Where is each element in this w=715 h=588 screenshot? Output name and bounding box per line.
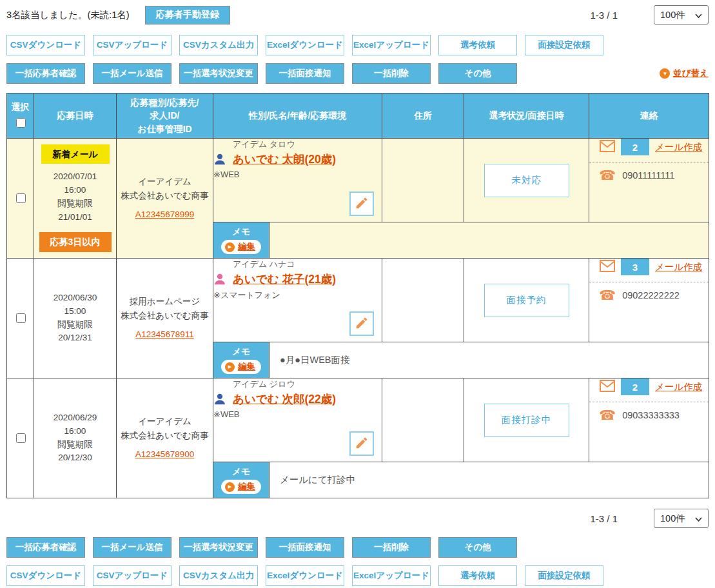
apply-date: 2020/07/01 bbox=[34, 170, 116, 184]
excel-upload-button[interactable]: Excelアップロード bbox=[352, 35, 431, 55]
apply-time: 16:00 bbox=[34, 425, 116, 438]
table-row: 新着メール 2020/07/01 16:00 閲覧期限 21/01/01 応募3… bbox=[7, 139, 709, 222]
csv-upload-button[interactable]: CSVアップロード bbox=[93, 35, 171, 55]
bulk-applicant-confirm-button[interactable]: 一括応募者確認 bbox=[6, 537, 85, 558]
edit-applicant-button[interactable] bbox=[349, 311, 374, 336]
memo-text: ●月●日WEB面接 bbox=[269, 342, 709, 378]
memo-text: メールにて打診中 bbox=[269, 462, 709, 498]
view-limit-date: 20/12/31 bbox=[34, 331, 116, 345]
view-limit-date: 20/12/30 bbox=[34, 451, 116, 465]
applicant-name-link[interactable]: あいでむ 太朗(20歳) bbox=[233, 153, 336, 166]
mail-count-badge[interactable]: 2 bbox=[621, 139, 649, 155]
row3-status-cell: 面接打診中 bbox=[464, 378, 589, 462]
row3-select-cell bbox=[7, 378, 34, 498]
row1-status-cell: 未対応 bbox=[464, 139, 589, 222]
csv-excel-toolbar-top: CSVダウンロード CSVアップロード CSVカスタム出力 Excelダウンロー… bbox=[6, 35, 709, 55]
result-count-text: 3名該当しました。(未読:1名) bbox=[6, 9, 130, 21]
row3-address-cell bbox=[382, 378, 464, 462]
row2-address-cell bbox=[382, 259, 464, 342]
csv-custom-output-button[interactable]: CSVカスタム出力 bbox=[179, 565, 258, 586]
selection-request-button[interactable]: 選考依頼 bbox=[438, 565, 517, 586]
sort-link[interactable]: ▼ 並び替え bbox=[660, 68, 709, 79]
memo-edit-button[interactable]: ▶ 編集 bbox=[221, 360, 261, 374]
row2-status-cell: 面接予約 bbox=[464, 259, 589, 342]
csv-upload-button[interactable]: CSVアップロード bbox=[93, 565, 171, 586]
applicant-name-link[interactable]: あいでむ 花子(21歳) bbox=[233, 273, 336, 286]
row2-select-cell bbox=[7, 259, 34, 378]
excel-upload-button[interactable]: Excelアップロード bbox=[352, 565, 431, 586]
phone-number: 09033333333 bbox=[622, 410, 680, 420]
row3-date-cell: 2020/06/29 16:00 閲覧期限 20/12/30 bbox=[34, 378, 117, 498]
memo-edit-button[interactable]: ▶ 編集 bbox=[221, 240, 261, 254]
selection-request-button[interactable]: 選考依頼 bbox=[438, 35, 517, 55]
row1-type-cell: イーアイデム 株式会社あいでむ商事 A12345678999 bbox=[117, 139, 213, 259]
row2-date-cell: 2020/06/30 15:00 閲覧期限 20/12/31 bbox=[34, 259, 117, 378]
apply-time: 16:00 bbox=[34, 184, 116, 197]
interview-setting-request-button[interactable]: 面接設定依頼 bbox=[525, 565, 603, 586]
mail-create-link[interactable]: メール作成 bbox=[655, 141, 702, 153]
memo-tab: メモ ▶ 編集 bbox=[213, 462, 269, 498]
row2-checkbox[interactable] bbox=[16, 313, 26, 323]
excel-download-button[interactable]: Excelダウンロード bbox=[266, 565, 344, 586]
mail-create-link[interactable]: メール作成 bbox=[655, 261, 702, 273]
row1-memo-cell: メモ ▶ 編集 bbox=[213, 222, 709, 259]
job-id-link[interactable]: A12345678999 bbox=[135, 208, 195, 222]
select-all-checkbox[interactable] bbox=[16, 118, 26, 128]
person-icon bbox=[213, 393, 226, 407]
bulk-delete-button[interactable]: 一括削除 bbox=[352, 63, 431, 84]
bulk-mail-send-button[interactable]: 一括メール送信 bbox=[93, 537, 171, 558]
csv-download-button[interactable]: CSVダウンロード bbox=[6, 565, 85, 586]
memo-edit-button[interactable]: ▶ 編集 bbox=[221, 480, 261, 494]
person-icon bbox=[213, 153, 226, 168]
header-date: 応募日時 bbox=[34, 93, 117, 139]
apply-time: 15:00 bbox=[34, 305, 116, 318]
interview-setting-request-button[interactable]: 面接設定依頼 bbox=[525, 35, 603, 55]
apply-company: 株式会社あいでむ商事 bbox=[117, 429, 213, 443]
phone-icon: ☎ bbox=[599, 288, 616, 302]
mail-count-badge[interactable]: 2 bbox=[621, 378, 649, 395]
memo-label: メモ bbox=[232, 466, 251, 478]
row1-contact-cell: 2 メール作成 ☎ 09011111111 bbox=[589, 139, 709, 222]
bulk-toolbar-bottom: 一括応募者確認 一括メール送信 一括選考状況変更 一括面接通知 一括削除 その他 bbox=[6, 537, 709, 558]
status-button[interactable]: 面接予約 bbox=[484, 284, 569, 317]
csv-download-button[interactable]: CSVダウンロード bbox=[6, 35, 85, 55]
status-button[interactable]: 面接打診中 bbox=[484, 404, 569, 437]
mail-count-badge[interactable]: 3 bbox=[621, 259, 649, 275]
csv-custom-output-button[interactable]: CSVカスタム出力 bbox=[179, 35, 258, 55]
per-page-select[interactable]: 100件 bbox=[654, 5, 709, 24]
edit-applicant-button[interactable] bbox=[349, 191, 374, 216]
bulk-status-change-button[interactable]: 一括選考状況変更 bbox=[179, 537, 258, 558]
row1-select-cell bbox=[7, 139, 34, 259]
applicant-name-link[interactable]: あいでむ 次郎(22歳) bbox=[233, 393, 336, 406]
bulk-other-button[interactable]: その他 bbox=[438, 537, 517, 558]
job-id-link[interactable]: A12345678900 bbox=[135, 447, 195, 462]
bulk-toolbar-top: 一括応募者確認 一括メール送信 一括選考状況変更 一括面接通知 一括削除 その他… bbox=[6, 63, 709, 84]
row1-address-cell bbox=[382, 139, 464, 222]
chevron-down-icon bbox=[695, 10, 702, 20]
apply-date: 2020/06/30 bbox=[34, 291, 116, 305]
row1-name-cell: アイデム タロウ あいでむ 太朗(20歳) ※WEB bbox=[213, 139, 382, 222]
row1-checkbox[interactable] bbox=[16, 193, 26, 203]
job-id-link[interactable]: A12345678911 bbox=[135, 328, 194, 342]
table-row: 2020/06/29 16:00 閲覧期限 20/12/30 イーアイデム 株式… bbox=[7, 378, 709, 462]
applicant-kana: アイデム ジロウ bbox=[233, 378, 382, 390]
memo-label: メモ bbox=[232, 346, 251, 358]
bulk-mail-send-button[interactable]: 一括メール送信 bbox=[93, 63, 171, 84]
header-type: 応募種別/応募先/ 求人ID/ お仕事管理ID bbox=[117, 93, 213, 139]
bulk-other-button[interactable]: その他 bbox=[438, 63, 517, 84]
bulk-delete-button[interactable]: 一括削除 bbox=[352, 537, 431, 558]
bulk-status-change-button[interactable]: 一括選考状況変更 bbox=[179, 63, 258, 84]
mail-create-link[interactable]: メール作成 bbox=[655, 381, 702, 393]
per-page-select[interactable]: 100件 bbox=[654, 509, 709, 528]
bulk-applicant-confirm-button[interactable]: 一括応募者確認 bbox=[6, 63, 85, 84]
bulk-interview-notice-button[interactable]: 一括面接通知 bbox=[266, 537, 344, 558]
status-button[interactable]: 未対応 bbox=[484, 164, 569, 197]
bulk-interview-notice-button[interactable]: 一括面接通知 bbox=[266, 63, 344, 84]
recent-apply-badge: 応募3日以内 bbox=[39, 232, 112, 252]
edit-applicant-button[interactable] bbox=[349, 431, 374, 456]
row3-checkbox[interactable] bbox=[16, 433, 26, 443]
manual-register-button[interactable]: 応募者手動登録 bbox=[145, 6, 230, 24]
excel-download-button[interactable]: Excelダウンロード bbox=[266, 35, 344, 55]
view-limit-date: 21/01/01 bbox=[34, 211, 116, 224]
applicant-kana: アイデム タロウ bbox=[233, 139, 382, 150]
